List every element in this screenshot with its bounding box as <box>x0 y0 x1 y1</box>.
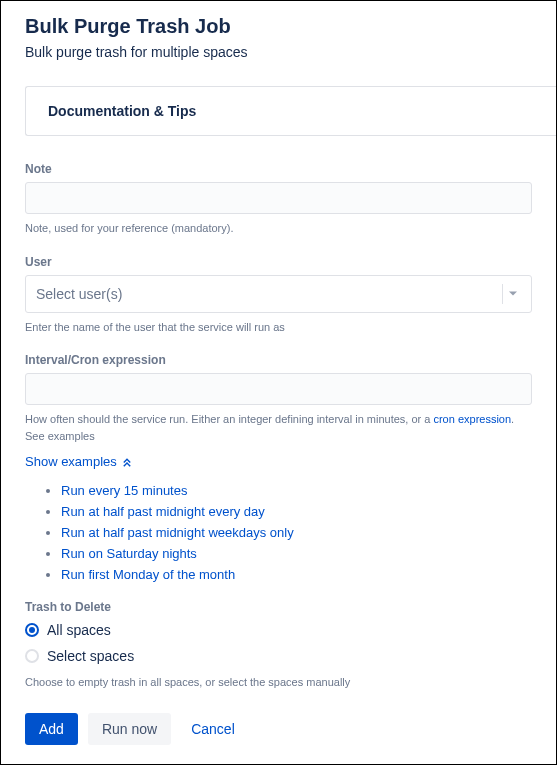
documentation-panel[interactable]: Documentation & Tips <box>25 86 557 136</box>
note-input[interactable] <box>25 182 532 214</box>
action-buttons: Add Run now Cancel <box>25 713 532 745</box>
example-item: Run every 15 minutes <box>61 483 532 498</box>
example-item: Run first Monday of the month <box>61 567 532 582</box>
user-label: User <box>25 255 532 269</box>
user-help: Enter the name of the user that the serv… <box>25 319 532 336</box>
radio-select-spaces[interactable]: Select spaces <box>25 648 532 664</box>
example-item: Run at half past midnight every day <box>61 504 532 519</box>
page-title: Bulk Purge Trash Job <box>25 15 532 38</box>
select-divider <box>502 284 503 304</box>
interval-help: How often should the service run. Either… <box>25 411 532 444</box>
radio-all-spaces[interactable]: All spaces <box>25 622 532 638</box>
note-label: Note <box>25 162 532 176</box>
radio-icon <box>25 649 39 663</box>
example-item: Run on Saturday nights <box>61 546 532 561</box>
run-now-button[interactable]: Run now <box>88 713 171 745</box>
note-field-group: Note Note, used for your reference (mand… <box>25 162 532 237</box>
chevron-down-icon <box>505 286 521 302</box>
cron-expression-link[interactable]: cron expression <box>433 413 511 425</box>
user-select[interactable]: Select user(s) <box>25 275 532 313</box>
cancel-button[interactable]: Cancel <box>181 713 245 745</box>
documentation-title: Documentation & Tips <box>48 103 535 119</box>
user-field-group: User Select user(s) Enter the name of th… <box>25 255 532 336</box>
trash-label: Trash to Delete <box>25 600 532 614</box>
radio-icon <box>25 623 39 637</box>
interval-input[interactable] <box>25 373 532 405</box>
note-help: Note, used for your reference (mandatory… <box>25 220 532 237</box>
interval-label: Interval/Cron expression <box>25 353 532 367</box>
trash-field-group: Trash to Delete All spaces Select spaces… <box>25 600 532 691</box>
show-examples-toggle[interactable]: Show examples <box>25 454 133 469</box>
double-chevron-up-icon <box>121 456 133 468</box>
add-button[interactable]: Add <box>25 713 78 745</box>
trash-help: Choose to empty trash in all spaces, or … <box>25 674 532 691</box>
user-select-placeholder: Select user(s) <box>36 286 122 302</box>
examples-list: Run every 15 minutes Run at half past mi… <box>25 483 532 582</box>
page-container: Bulk Purge Trash Job Bulk purge trash fo… <box>0 0 557 765</box>
interval-field-group: Interval/Cron expression How often shoul… <box>25 353 532 582</box>
page-subtitle: Bulk purge trash for multiple spaces <box>25 44 532 60</box>
example-item: Run at half past midnight weekdays only <box>61 525 532 540</box>
